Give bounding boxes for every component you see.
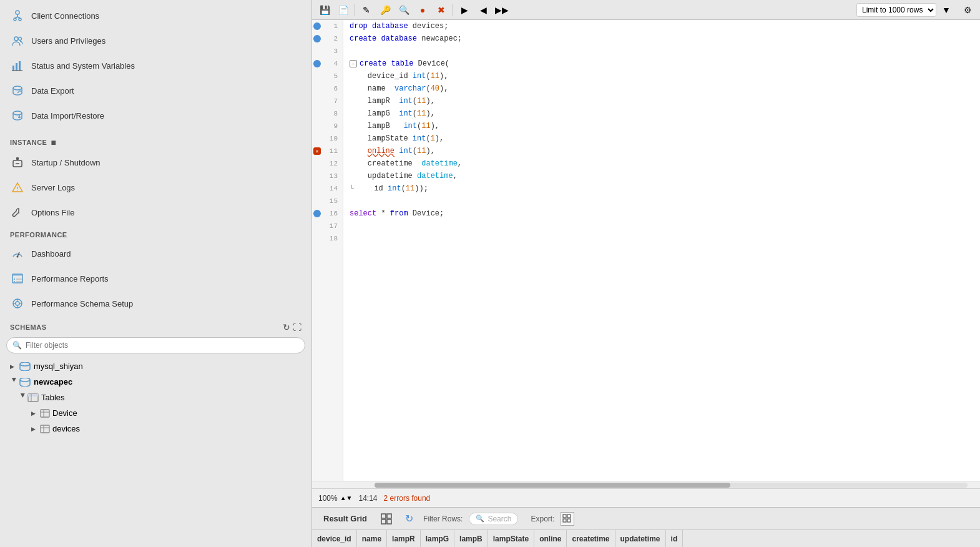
sidebar-item-label: Status and System Variables xyxy=(31,61,135,71)
scrollbar-thumb[interactable] xyxy=(375,483,730,488)
svg-rect-10 xyxy=(19,61,21,71)
svg-point-33 xyxy=(16,302,19,305)
sidebar-item-performance-reports[interactable]: Performance Reports xyxy=(0,266,311,291)
save-file-btn[interactable]: 💾 xyxy=(316,2,333,18)
code-token: , xyxy=(453,172,458,180)
stop-btn[interactable]: ● xyxy=(414,2,431,18)
code-editor: 12345678910✕1112131415161718 drop databa… xyxy=(312,20,980,481)
code-token: Device( xyxy=(413,59,449,68)
code-line-14: └ id int(11)); xyxy=(350,182,980,195)
svg-point-3 xyxy=(19,18,21,21)
sidebar-item-server-logs[interactable]: Server Logs xyxy=(0,175,311,200)
next-btn[interactable]: ▶▶ xyxy=(493,2,511,18)
code-line-4: −create table Device( xyxy=(350,57,980,70)
schema-tree: ▶mysql_shiyan▶newcapec▶ Tables▶Device▶de… xyxy=(0,356,311,547)
sidebar-item-label: Users and Privileges xyxy=(31,36,105,46)
expand-arrow-newcapec: ▶ xyxy=(11,378,17,387)
schema-icon xyxy=(10,296,25,311)
error-token: online xyxy=(368,147,394,155)
sidebar-item-performance-schema[interactable]: Performance Schema Setup xyxy=(0,291,311,316)
execute-btn[interactable]: ▶ xyxy=(456,2,473,18)
svg-point-39 xyxy=(20,378,30,382)
sidebar-item-startup-shutdown[interactable]: Startup / Shutdown xyxy=(0,150,311,175)
filter-rows-input[interactable]: 🔍 Search xyxy=(469,513,518,525)
sidebar-item-options-file[interactable]: Options File xyxy=(0,200,311,225)
export-btn[interactable] xyxy=(561,512,574,526)
col-header-lampB: lampB xyxy=(454,530,488,547)
export-label: Export: xyxy=(531,515,554,523)
schema-item-device[interactable]: ▶Device xyxy=(0,405,311,421)
sidebar-item-status-variables[interactable]: Status and System Variables xyxy=(0,53,311,78)
search-placeholder: Search xyxy=(488,515,511,523)
grid-layout-btn[interactable] xyxy=(378,511,394,527)
sidebar-item-label: Client Connections xyxy=(31,11,99,21)
code-token: int xyxy=(388,184,401,193)
line-number-15: 15 xyxy=(312,195,343,207)
result-grid-tab[interactable]: Result Grid xyxy=(318,511,372,526)
line-number-8: 8 xyxy=(312,107,343,120)
refresh-icon[interactable]: ↻ xyxy=(283,322,290,332)
settings-btn[interactable]: ⚙ xyxy=(959,2,976,18)
expand-icon[interactable]: ⛶ xyxy=(293,322,301,332)
zoom-arrows[interactable]: ▲▼ xyxy=(340,495,353,501)
sidebar-item-data-import[interactable]: Data Import/Restore xyxy=(0,103,311,128)
col-header-name: name xyxy=(357,530,387,547)
svg-point-25 xyxy=(17,256,19,258)
expand-arrow-device: ▶ xyxy=(31,410,40,416)
users-icon xyxy=(10,33,25,48)
code-token: int xyxy=(403,122,417,131)
svg-rect-55 xyxy=(563,519,566,522)
edit-btn[interactable]: ✎ xyxy=(358,2,375,18)
performance-label: PERFORMANCE xyxy=(10,231,67,239)
tables-label: Tables xyxy=(41,393,65,402)
sidebar-item-users-privileges[interactable]: Users and Privileges xyxy=(0,28,311,53)
expand-arrow-devices: ▶ xyxy=(31,426,40,432)
code-content[interactable]: drop database devices;create database ne… xyxy=(343,20,980,481)
schema-item-mysql-shiyan[interactable]: ▶mysql_shiyan xyxy=(0,358,311,374)
code-token: lampState xyxy=(350,134,413,143)
results-bar: Result Grid ↻ Filter Rows: 🔍 Search Expo… xyxy=(312,507,980,530)
line-number-5: 5 xyxy=(312,70,343,82)
schema-item-devices[interactable]: ▶devices xyxy=(0,421,311,436)
col-header-lampR: lampR xyxy=(387,530,421,547)
svg-point-38 xyxy=(20,362,30,366)
import-icon xyxy=(10,108,25,123)
status-errors: 2 errors found xyxy=(384,494,431,503)
status-zoom: 100% ▲▼ xyxy=(318,494,353,503)
refresh-results-btn[interactable]: ↻ xyxy=(401,511,417,527)
schema-item-tables[interactable]: ▶ Tables xyxy=(0,390,311,405)
schemas-label: SCHEMAS xyxy=(10,323,47,331)
sidebar-item-dashboard[interactable]: Dashboard xyxy=(0,241,311,266)
filter-input[interactable] xyxy=(6,337,305,353)
sidebar-item-client-connections[interactable]: Client Connections xyxy=(0,3,311,28)
code-token: )); xyxy=(414,184,428,193)
col-header-filler xyxy=(683,530,980,547)
limit-toggle-btn[interactable]: ▼ xyxy=(938,2,955,18)
collapse-box[interactable]: − xyxy=(350,60,357,67)
key-btn[interactable]: 🔑 xyxy=(376,2,394,18)
error-indicator: ✕ xyxy=(313,147,321,155)
limit-select[interactable]: Limit to 1000 rows Limit to 500 rows Lim… xyxy=(856,3,936,17)
code-token: int xyxy=(399,109,413,118)
sidebar-item-label: Data Export xyxy=(31,86,74,96)
code-line-10: lampState int(1), xyxy=(350,132,980,145)
prev-btn[interactable]: ◀ xyxy=(474,2,492,18)
sidebar-item-data-export[interactable]: Data Export xyxy=(0,78,311,103)
line-number-9: 9 xyxy=(312,120,343,132)
schema-item-newcapec[interactable]: ▶newcapec xyxy=(0,374,311,390)
search-btn[interactable]: 🔍 xyxy=(395,2,413,18)
new-file-btn[interactable]: 📄 xyxy=(335,2,352,18)
schema-label: mysql_shiyan xyxy=(34,362,83,371)
column-headers: device_idnamelampRlampGlampBlampStateonl… xyxy=(312,530,980,547)
power-icon xyxy=(10,155,25,170)
svg-point-2 xyxy=(14,18,16,21)
svg-rect-53 xyxy=(563,515,566,518)
col-header-device_id: device_id xyxy=(312,530,357,547)
line-number-18: 18 xyxy=(312,232,343,245)
gauge-icon xyxy=(10,246,25,261)
horizontal-scrollbar[interactable] xyxy=(312,481,980,488)
line-number-10: 10 xyxy=(312,132,343,145)
clear-btn[interactable]: ✖ xyxy=(433,2,450,18)
sidebar-item-label: Dashboard xyxy=(31,249,71,259)
sidebar: Client ConnectionsUsers and PrivilegesSt… xyxy=(0,0,312,547)
